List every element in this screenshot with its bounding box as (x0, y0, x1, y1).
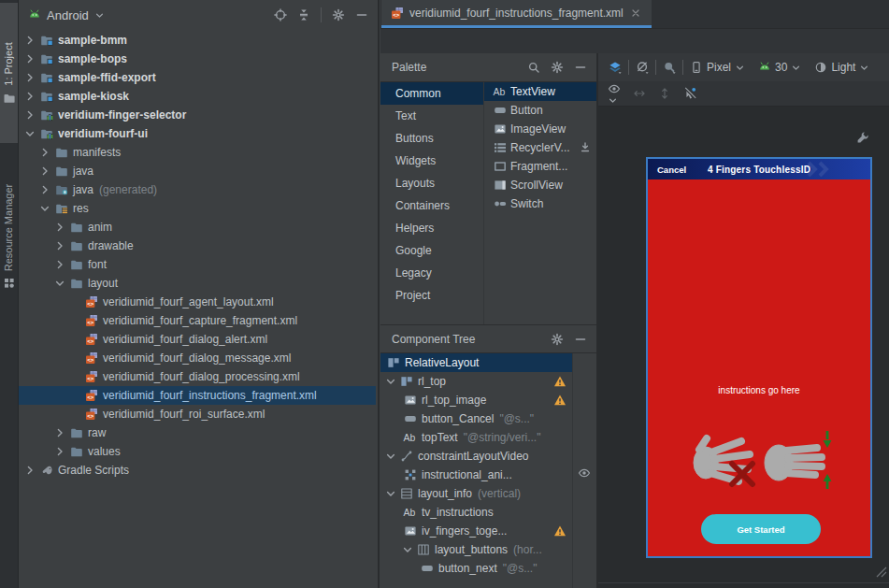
palette-item[interactable]: Switch (484, 194, 596, 213)
palette-item[interactable]: AbTextView (484, 82, 596, 101)
project-tree-row[interactable]: java(generated) (19, 180, 376, 199)
chevron-right-icon[interactable] (37, 165, 52, 178)
resize-grip[interactable] (873, 564, 887, 578)
project-view-selector[interactable]: Android (47, 8, 89, 22)
chevron-down-icon[interactable] (384, 450, 397, 463)
palette-category-legacy[interactable]: Legacy (380, 262, 483, 284)
component-tree-row[interactable]: instructional_ani... (380, 466, 572, 484)
project-tree-row[interactable]: <>veridiumid_fourf_roi_surface.xml (19, 405, 376, 423)
pointer-off-icon[interactable] (683, 87, 696, 100)
horizontal-resize-icon[interactable] (633, 87, 646, 100)
project-tree-row[interactable]: manifests (19, 143, 376, 162)
design-canvas[interactable]: Cancel 4 Fingers TouchlessID instruction… (598, 107, 889, 588)
project-tree-row[interactable]: <>veridiumid_fourf_dialog_processing.xml (19, 367, 376, 386)
project-tree-row[interactable]: <>veridiumid_fourf_capture_fragment.xml (19, 311, 376, 330)
palette-category-common[interactable]: Common (380, 82, 483, 105)
locate-file-icon[interactable] (274, 8, 287, 22)
chevron-right-icon[interactable] (37, 146, 52, 159)
project-tree-row[interactable]: <>veridiumid_fourf_instructions_fragment… (19, 386, 376, 405)
palette-category-widgets[interactable]: Widgets (380, 150, 483, 172)
search-icon[interactable] (527, 61, 540, 74)
chevron-right-icon[interactable] (37, 183, 52, 196)
minimize-icon[interactable] (574, 61, 587, 74)
chevron-right-icon[interactable] (22, 90, 37, 103)
component-tree-row[interactable]: button_Cancel"@s..." (380, 409, 572, 428)
project-tree-row[interactable]: sample-ffid-export (19, 68, 376, 87)
collapse-all-icon[interactable] (297, 8, 310, 22)
chevron-right-icon[interactable] (52, 426, 67, 439)
project-tree-row[interactable]: veridium-finger-selector (19, 106, 376, 124)
palette-item[interactable]: RecyclerV... (484, 138, 596, 157)
palette-category-text[interactable]: Text (380, 105, 483, 127)
component-tree-row[interactable]: RelativeLayout (380, 353, 572, 372)
chevron-down-icon[interactable] (52, 277, 67, 290)
palette-item[interactable]: Button (484, 101, 596, 120)
palette-item[interactable]: Fragment... (484, 157, 596, 176)
component-tree-row[interactable]: Abtv_instructions (380, 503, 572, 522)
project-tree-row[interactable]: values (19, 442, 376, 461)
chevron-down-icon[interactable] (94, 10, 105, 21)
project-tree-row[interactable]: <>veridiumid_fourf_agent_layout.xml (19, 293, 376, 311)
component-tree-row[interactable]: layout_buttons(hor... (380, 540, 572, 559)
project-tree-row[interactable]: anim (19, 218, 376, 237)
project-tree-row[interactable]: <>veridiumid_fourf_dialog_message.xml (19, 349, 376, 367)
settings-gear-icon[interactable] (332, 8, 345, 22)
chevron-right-icon[interactable] (52, 239, 67, 252)
component-tree-row[interactable]: layout_info(vertical) (380, 484, 572, 503)
system-ui-selector[interactable] (656, 61, 682, 74)
chevron-right-icon[interactable] (52, 445, 67, 458)
palette-item[interactable]: ImageView (484, 120, 596, 138)
orientation-selector[interactable] (629, 61, 655, 74)
hide-panel-icon[interactable] (355, 8, 368, 22)
chevron-down-icon[interactable] (37, 202, 52, 215)
project-tree-row[interactable]: drawable (19, 237, 376, 255)
project-tree-row[interactable]: sample-bmm (19, 31, 376, 50)
component-tree-row[interactable]: rl_top (380, 372, 572, 391)
chevron-right-icon[interactable] (52, 258, 67, 271)
palette-category-project[interactable]: Project (380, 284, 483, 307)
project-tree-row[interactable]: raw (19, 423, 376, 442)
chevron-right-icon[interactable] (22, 108, 37, 122)
tool-window-button-project[interactable]: 1: Project (0, 3, 18, 143)
project-tree-row[interactable]: java (19, 162, 376, 180)
palette-category-helpers[interactable]: Helpers (380, 217, 483, 239)
editor-tab[interactable]: <> veridiumid_fourf_instructions_fragmen… (381, 0, 652, 28)
palette-category-containers[interactable]: Containers (380, 194, 483, 217)
chevron-down-icon[interactable] (22, 127, 37, 140)
gear-icon[interactable] (551, 61, 564, 74)
preview-cancel-button[interactable]: Cancel (657, 165, 686, 175)
chevron-right-icon[interactable] (52, 221, 67, 234)
chevron-right-icon[interactable] (22, 34, 37, 47)
download-icon[interactable] (579, 141, 596, 154)
project-tree-row[interactable]: veridium-fourf-ui (19, 124, 376, 143)
close-tab-icon[interactable] (629, 7, 642, 20)
api-level-selector[interactable]: 30 (752, 61, 808, 74)
project-tree-row[interactable]: res (19, 199, 376, 218)
design-surface-selector[interactable] (602, 61, 628, 74)
project-tree-row[interactable]: font (19, 255, 376, 274)
device-selector[interactable]: Pixel (683, 61, 752, 74)
project-tree-row[interactable]: sample-bops (19, 50, 376, 68)
device-preview[interactable]: Cancel 4 Fingers TouchlessID instruction… (646, 157, 872, 558)
chevron-down-icon[interactable] (384, 375, 397, 388)
chevron-down-icon[interactable] (401, 543, 414, 556)
render-options-wrench-icon[interactable] (856, 131, 869, 144)
vertical-resize-icon[interactable] (658, 87, 671, 100)
minimize-icon[interactable] (574, 333, 587, 346)
component-tree-row[interactable]: constraintLayoutVideo (380, 447, 572, 466)
component-tree-row[interactable]: AbtopText"@string/veri..." (380, 428, 572, 447)
component-tree-row[interactable]: iv_fingers_toge... (380, 522, 572, 540)
project-tree-row[interactable]: Gradle Scripts (19, 461, 376, 480)
project-tree-row[interactable]: layout (19, 274, 376, 293)
component-tree-row[interactable]: button_next"@s..." (380, 559, 572, 578)
visibility-eye-icon[interactable] (578, 466, 591, 480)
project-tree-row[interactable]: <>veridiumid_fourf_dialog_alert.xml (19, 330, 376, 349)
palette-category-layouts[interactable]: Layouts (380, 172, 483, 194)
chevron-down-icon[interactable] (384, 487, 397, 500)
palette-category-google[interactable]: Google (380, 239, 483, 262)
get-started-button[interactable]: Get Started (701, 514, 821, 544)
chevron-right-icon[interactable] (22, 71, 37, 84)
palette-item[interactable]: ScrollView (484, 176, 596, 194)
project-tree-row[interactable]: sample-kiosk (19, 87, 376, 106)
gear-icon[interactable] (551, 333, 564, 346)
